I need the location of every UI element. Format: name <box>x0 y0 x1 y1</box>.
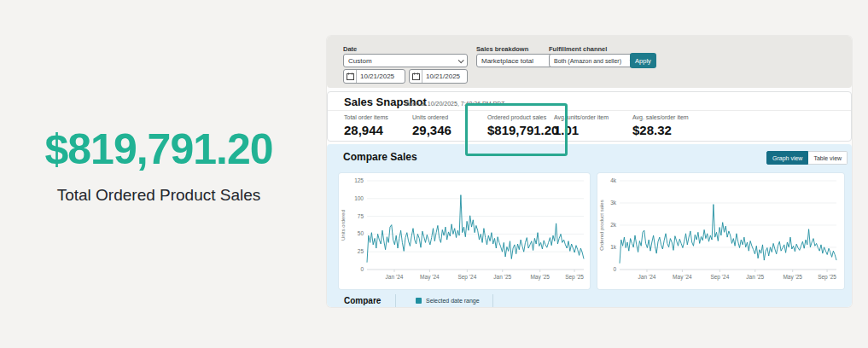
ordered-product-sales-chart: 01k2k3k4kJan '24May '24Sep '24Jan '25May… <box>597 173 844 289</box>
svg-text:0: 0 <box>360 266 364 272</box>
compare-sales-title: Compare Sales <box>343 151 417 163</box>
view-toggle: Graph view Table view <box>766 151 848 165</box>
total-sales-label: Total Ordered Product Sales <box>0 186 317 205</box>
sales-breakdown-label: Sales breakdown <box>476 45 528 53</box>
compare-legend-row: Compare Selected date range <box>327 294 852 307</box>
svg-text:3k: 3k <box>610 200 617 206</box>
metric-total-order-items: Total order items 28,944 <box>344 114 388 137</box>
divider <box>328 110 851 111</box>
snapshot-timestamp: taken at 10/20/2025, 7:48:26 PM PDT <box>405 101 505 107</box>
legend-color-swatch <box>416 298 422 304</box>
svg-text:Ordered product sales: Ordered product sales <box>599 200 604 250</box>
fulfillment-channel-select[interactable]: Both (Amazon and seller) <box>549 54 639 67</box>
graph-view-button[interactable]: Graph view <box>766 151 808 165</box>
svg-text:100: 100 <box>354 195 364 201</box>
headline-block: $819,791.20 Total Ordered Product Sales <box>0 125 317 205</box>
calendar-icon <box>410 70 422 83</box>
date-range-selected: Custom <box>348 57 372 65</box>
svg-text:125: 125 <box>354 177 364 183</box>
svg-text:4k: 4k <box>610 177 617 183</box>
units-ordered-chart: 0255075100125Jan '24May '24Sep '24Jan '2… <box>339 173 590 289</box>
svg-text:Sep '24: Sep '24 <box>710 274 729 281</box>
svg-text:50: 50 <box>358 230 364 236</box>
svg-text:May '24: May '24 <box>420 274 440 281</box>
svg-text:2k: 2k <box>610 222 617 228</box>
legend-label: Selected date range <box>426 298 480 304</box>
compare-sales-card: Compare Sales Graph view Table view 0255… <box>327 144 852 307</box>
metric-avg-sales-per-order: Avg. sales/order item $28.32 <box>632 114 689 137</box>
metric-units-ordered: Units ordered 29,346 <box>412 114 451 137</box>
end-date-value: 10/21/2025 <box>422 72 460 80</box>
end-date-input[interactable]: 10/21/2025 <box>409 69 468 84</box>
svg-text:Sep '24: Sep '24 <box>457 274 476 281</box>
metric-avg-units-per-order: Avg. units/order item 1.01 <box>554 114 609 137</box>
svg-text:25: 25 <box>358 248 364 254</box>
svg-text:Jan '25: Jan '25 <box>493 274 511 280</box>
sales-breakdown-selected: Marketplace total <box>481 57 533 65</box>
sales-snapshot-card: Sales Snapshot taken at 10/20/2025, 7:48… <box>327 91 852 142</box>
divider <box>492 294 493 307</box>
svg-text:Units ordered: Units ordered <box>341 210 346 241</box>
date-range-select[interactable]: Custom <box>343 54 468 67</box>
svg-text:May '25: May '25 <box>530 274 550 281</box>
fulfillment-channel-label: Fulfillment channel <box>549 45 607 53</box>
start-date-input[interactable]: 10/21/2025 <box>343 69 405 84</box>
svg-text:May '24: May '24 <box>673 274 692 281</box>
seller-dashboard: Date Custom 10/21/2025 10/21/2025 Sales … <box>327 36 852 307</box>
fulfillment-channel-selected: Both (Amazon and seller) <box>554 58 621 64</box>
units-ordered-chart-card: 0255075100125Jan '24May '24Sep '24Jan '2… <box>339 173 590 289</box>
compare-section-label: Compare <box>344 296 381 305</box>
apply-button[interactable]: Apply <box>630 53 656 68</box>
svg-text:75: 75 <box>358 213 364 219</box>
total-sales-value: $819,791.20 <box>0 125 317 174</box>
calendar-icon <box>344 70 357 83</box>
date-filter-label: Date <box>343 45 357 53</box>
start-date-value: 10/21/2025 <box>357 72 394 80</box>
svg-text:0: 0 <box>613 266 616 272</box>
screen: $819,791.20 Total Ordered Product Sales … <box>0 0 868 348</box>
ordered-product-sales-chart-card: 01k2k3k4kJan '24May '24Sep '24Jan '25May… <box>597 173 844 289</box>
svg-text:Jan '24: Jan '24 <box>386 274 404 280</box>
table-view-button[interactable]: Table view <box>808 151 848 165</box>
filter-bar: Date Custom 10/21/2025 10/21/2025 Sales … <box>327 36 852 88</box>
chevron-down-icon <box>458 57 464 63</box>
svg-text:May '25: May '25 <box>783 274 802 281</box>
svg-text:Jan '24: Jan '24 <box>638 274 656 280</box>
svg-text:Jan '25: Jan '25 <box>746 274 764 280</box>
divider <box>395 294 396 307</box>
svg-text:1k: 1k <box>610 244 617 250</box>
svg-text:Sep '25: Sep '25 <box>565 274 584 281</box>
metric-ordered-product-sales: Ordered product sales $819,791.20 <box>487 114 558 137</box>
svg-text:Sep '25: Sep '25 <box>818 274 836 281</box>
